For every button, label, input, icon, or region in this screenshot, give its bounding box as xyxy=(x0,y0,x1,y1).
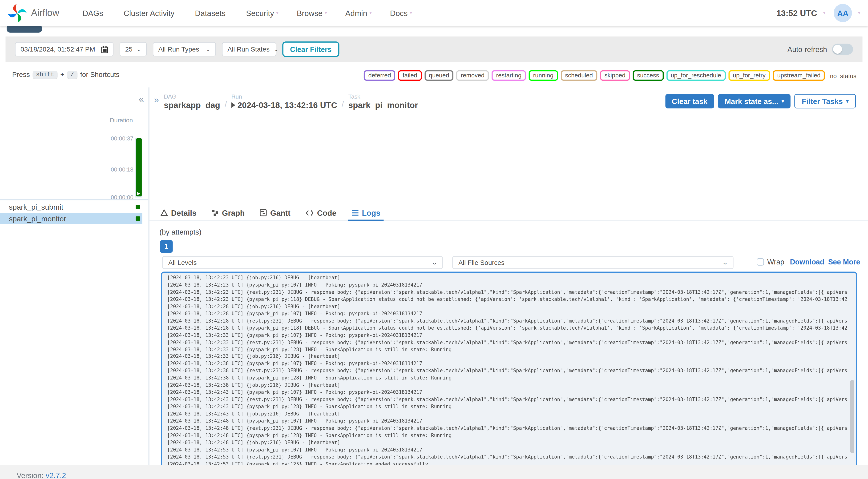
tab-details[interactable]: Details xyxy=(160,205,196,220)
clear-filters-button[interactable]: Clear Filters xyxy=(282,41,339,57)
chevron-down-icon: ⌄ xyxy=(136,46,142,52)
version-label: Version: xyxy=(17,471,44,479)
task-name: spark_pi_monitor xyxy=(9,214,66,223)
shortcut-suffix: for Shortcuts xyxy=(80,71,120,78)
nav-menu-item[interactable]: Browse▾ xyxy=(297,8,327,18)
log-line: [2024-03-18, 13:42:38 UTC] {rest.py:231}… xyxy=(167,368,848,375)
tab-gantt[interactable]: Gantt xyxy=(260,205,290,220)
nav-menu-item[interactable]: Admin▾ xyxy=(345,8,372,18)
gantt-icon xyxy=(260,209,267,217)
log-filters-row: All Levels ⌄ All File Sources ⌄ Wrap Dow… xyxy=(150,256,868,269)
log-line: [2024-03-18, 13:42:38 UTC] {job.py:216} … xyxy=(167,382,848,389)
sidebar-task-spark-pi-monitor[interactable]: spark_pi_monitor xyxy=(0,213,142,224)
state-badge: scheduled xyxy=(561,70,597,81)
log-line: [2024-03-18, 13:42:43 UTC] {job.py:216} … xyxy=(167,411,848,418)
dag-name[interactable]: sparkapp_dag xyxy=(164,100,220,109)
chevron-down-icon: ⌄ xyxy=(273,46,279,52)
tab-code[interactable]: Code xyxy=(305,205,336,220)
base-date-input[interactable]: 03/18/2024, 01:52:47 PM xyxy=(15,42,114,57)
airflow-logo[interactable]: Airflow xyxy=(8,3,59,22)
chevron-down-icon: ▾ xyxy=(823,10,825,15)
breadcrumb-task: Task spark_pi_monitor xyxy=(348,93,418,109)
state-badge: up_for_retry xyxy=(728,70,770,81)
task-success-square[interactable] xyxy=(135,205,140,209)
file-sources-select[interactable]: All File Sources ⌄ xyxy=(452,256,734,269)
vertical-scrollbar[interactable] xyxy=(850,274,855,479)
tab-logs[interactable]: Logs xyxy=(351,205,380,220)
log-line: [2024-03-18, 13:42:38 UTC] {pyspark_pi.p… xyxy=(167,360,848,368)
tab-graph[interactable]: Graph xyxy=(211,205,245,220)
file-sources-value: All File Sources xyxy=(458,259,504,266)
shortcut-hint: Press shift + / for Shortcuts xyxy=(12,71,120,78)
run-duration-bar[interactable] xyxy=(136,138,142,196)
download-link[interactable]: Download xyxy=(790,258,824,266)
log-line: [2024-03-18, 13:42:23 UTC] {pyspark_pi.p… xyxy=(167,296,848,303)
log-line: [2024-03-18, 13:42:33 UTC] {rest.py:231}… xyxy=(167,339,848,346)
log-line: [2024-03-18, 13:42:33 UTC] {pyspark_pi.p… xyxy=(167,332,848,339)
top-navbar: Airflow DAGs Cluster Activity Datasets S… xyxy=(0,0,868,26)
pinwheel-logo-icon xyxy=(8,3,27,22)
collapse-sidebar-icon[interactable]: « xyxy=(139,94,144,105)
log-line: [2024-03-18, 13:42:48 UTC] {pyspark_pi.p… xyxy=(167,418,848,425)
version-text: Version: v2.7.2 xyxy=(17,471,66,479)
run-states-select[interactable]: All Run States ⌄ xyxy=(222,42,276,57)
nav-menu-item[interactable]: DAGs xyxy=(83,8,105,18)
task-name: spark_pi_submit xyxy=(9,203,63,211)
duration-axis-label: Duration xyxy=(110,117,133,123)
log-lines: [2024-03-18, 13:42:23 UTC] {job.py:216} … xyxy=(167,274,848,479)
grid-selected-run-fragment xyxy=(7,26,42,33)
log-levels-select[interactable]: All Levels ⌄ xyxy=(162,256,443,269)
utc-clock[interactable]: 13:52 UTC xyxy=(776,8,817,18)
attempt-1-button[interactable]: 1 xyxy=(160,240,173,253)
nav-menu: DAGs Cluster Activity Datasets Security▾… xyxy=(83,8,412,18)
log-line: [2024-03-18, 13:42:28 UTC] {rest.py:231}… xyxy=(167,317,848,324)
auto-refresh-toggle[interactable] xyxy=(832,44,853,55)
wrap-checkbox[interactable] xyxy=(757,258,764,266)
log-line: [2024-03-18, 13:42:43 UTC] {pyspark_pi.p… xyxy=(167,389,848,396)
details-icon xyxy=(160,209,168,217)
log-line: [2024-03-18, 13:42:28 UTC] {pyspark_pi.p… xyxy=(167,325,848,332)
log-line: [2024-03-18, 13:42:33 UTC] {pyspark_pi.p… xyxy=(167,346,848,353)
run-label: Run xyxy=(231,93,337,99)
task-list-divider xyxy=(0,199,148,200)
run-types-select[interactable]: All Run Types ⌄ xyxy=(153,42,216,57)
avatar[interactable]: AA xyxy=(834,4,852,22)
breadcrumb-separator: / xyxy=(225,99,227,109)
chevron-down-icon: ▾ xyxy=(846,99,849,104)
log-line: [2024-03-18, 13:42:28 UTC] {pyspark_pi.p… xyxy=(167,310,848,317)
task-name[interactable]: spark_pi_monitor xyxy=(348,100,418,109)
nav-menu-item[interactable]: Datasets xyxy=(195,8,228,18)
filter-bar: 03/18/2024, 01:52:47 PM 25 ⌄ All Run Typ… xyxy=(6,36,863,62)
chevron-down-icon: ▾ xyxy=(369,10,372,15)
vertical-scrollbar-thumb[interactable] xyxy=(850,380,854,453)
task-detail-panel: » DAG sparkapp_dag / Run 2024-03-18, 13:… xyxy=(150,88,868,465)
state-badge: restarting xyxy=(492,70,526,81)
run-states-value: All Run States xyxy=(227,45,270,53)
page-size-select[interactable]: 25 ⌄ xyxy=(120,42,147,57)
clear-task-button[interactable]: Clear task xyxy=(665,94,714,108)
task-success-square[interactable] xyxy=(135,216,140,221)
version-link[interactable]: v2.7.2 xyxy=(46,471,66,479)
log-line: [2024-03-18, 13:42:53 UTC] {pyspark_pi.p… xyxy=(167,446,848,453)
dag-label: DAG xyxy=(164,93,220,99)
nav-menu-item[interactable]: Cluster Activity xyxy=(124,8,177,18)
plus-text: + xyxy=(60,71,64,78)
expand-panel-icon[interactable]: » xyxy=(154,95,159,105)
nav-menu-item[interactable]: Docs▾ xyxy=(390,8,412,18)
sidebar-task-spark-pi-submit[interactable]: spark_pi_submit xyxy=(0,201,142,213)
main-area: « Duration 00:00:37 00:00:18 00:00:00 sp… xyxy=(0,88,868,465)
mark-state-button[interactable]: Mark state as...▾ xyxy=(718,94,791,108)
nav-menu-item[interactable]: Security▾ xyxy=(246,8,279,18)
filter-tasks-button[interactable]: Filter Tasks▾ xyxy=(795,94,856,108)
see-more-link[interactable]: See More xyxy=(828,258,860,266)
state-legend: deferred failed queued removed restartin… xyxy=(364,70,857,81)
grid-sidebar: « Duration 00:00:37 00:00:18 00:00:00 sp… xyxy=(0,88,148,465)
run-name[interactable]: 2024-03-18, 13:42:16 UTC xyxy=(231,100,337,109)
calendar-icon xyxy=(101,45,108,53)
selected-run-play-icon xyxy=(137,192,140,195)
log-levels-value: All Levels xyxy=(168,259,197,266)
log-line: [2024-03-18, 13:42:23 UTC] {job.py:216} … xyxy=(167,274,848,281)
footer: Version: v2.7.2 xyxy=(0,465,868,479)
code-icon xyxy=(305,210,314,216)
logs-icon xyxy=(351,210,359,216)
